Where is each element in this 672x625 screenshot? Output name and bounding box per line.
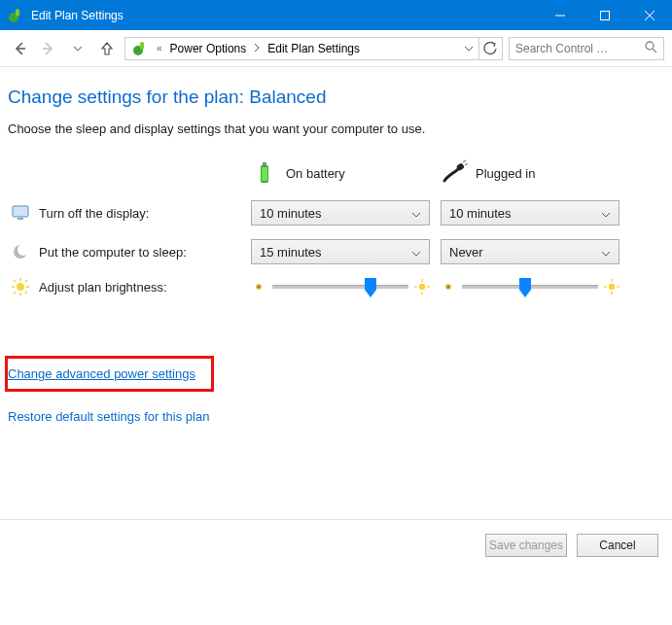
display-off-plugged-dropdown[interactable]: 10 minutes [441,200,619,226]
svg-point-21 [18,244,29,256]
moon-icon [12,243,29,260]
restore-defaults-link[interactable]: Restore default settings for this plan [8,409,209,424]
sun-dim-icon [441,279,456,295]
svg-point-33 [419,284,425,290]
svg-rect-14 [262,167,267,181]
nav-history-dropdown[interactable] [66,37,89,60]
breadcrumb-sep-icon: « [153,43,166,53]
svg-line-16 [463,160,466,162]
cancel-button[interactable]: Cancel [577,534,658,557]
svg-line-11 [653,49,656,52]
svg-point-22 [17,283,24,291]
power-options-icon [131,40,149,57]
breadcrumb-dropdown[interactable] [459,44,478,53]
window-title: Edit Plan Settings [31,9,538,22]
sleep-battery-dropdown[interactable]: 15 minutes [251,239,430,264]
chevron-down-icon [411,206,421,221]
row-label-sleep: Put the computer to sleep: [39,245,187,260]
svg-line-17 [465,163,468,165]
svg-rect-19 [18,218,23,220]
svg-rect-1 [16,9,19,17]
column-header-plugged: Plugged in [476,166,535,181]
svg-line-30 [14,292,16,294]
svg-point-10 [646,42,654,50]
tutorial-highlight-box: Change advanced power settings [5,356,214,392]
display-off-battery-dropdown[interactable]: 10 minutes [251,200,430,226]
column-header-battery: On battery [286,166,345,181]
brightness-plugged-slider[interactable] [441,279,619,295]
refresh-button[interactable] [478,37,500,60]
display-off-plugged-value: 10 minutes [449,206,512,221]
app-icon [8,8,23,23]
close-button[interactable] [627,0,672,30]
window-titlebar: Edit Plan Settings [0,0,672,30]
svg-point-40 [609,284,615,290]
advanced-settings-link[interactable]: Change advanced power settings [8,366,195,381]
footer-buttons: Save changes Cancel [0,519,672,557]
monitor-icon [12,204,29,222]
save-button[interactable]: Save changes [485,534,567,557]
page-subheading: Choose the sleep and display settings th… [8,122,664,159]
breadcrumb-root[interactable]: Power Options [166,42,251,55]
search-icon [645,41,657,56]
svg-rect-3 [601,11,610,19]
search-placeholder: Search Control … [515,42,608,55]
svg-point-39 [447,286,450,289]
nav-up-button[interactable] [95,37,119,60]
sun-bright-icon [414,279,430,295]
sleep-battery-value: 15 minutes [260,245,322,260]
sleep-plugged-dropdown[interactable]: Never [441,239,619,264]
chevron-down-icon [411,245,421,260]
content-area: Change settings for the plan: Balanced C… [0,67,672,424]
svg-line-29 [25,280,27,282]
svg-rect-9 [140,42,144,50]
chevron-down-icon [601,206,611,221]
svg-line-27 [14,280,16,282]
row-label-display: Turn off the display: [39,206,149,221]
chevron-down-icon [601,245,611,260]
svg-rect-13 [263,162,266,165]
nav-forward-button[interactable] [37,37,60,60]
svg-rect-18 [13,206,28,217]
chevron-right-icon [250,43,264,53]
row-label-brightness: Adjust plan brightness: [39,280,167,295]
display-off-battery-value: 10 minutes [260,206,322,221]
battery-icon [251,159,278,187]
breadcrumb-current[interactable]: Edit Plan Settings [264,42,364,55]
maximize-button[interactable] [583,0,627,30]
nav-back-button[interactable] [8,37,31,60]
minimize-button[interactable] [538,0,583,30]
sun-bright-icon [604,279,619,295]
brightness-battery-slider[interactable] [251,279,430,295]
sun-icon [12,278,29,295]
sleep-plugged-value: Never [449,245,483,260]
svg-point-32 [258,286,261,289]
sun-dim-icon [251,279,266,295]
breadcrumb[interactable]: « Power Options Edit Plan Settings [124,37,503,60]
page-heading: Change settings for the plan: Balanced [8,87,664,122]
plug-icon [441,159,468,187]
navigation-toolbar: « Power Options Edit Plan Settings Searc… [0,30,672,67]
svg-line-28 [25,292,27,294]
search-input[interactable]: Search Control … [509,37,664,60]
